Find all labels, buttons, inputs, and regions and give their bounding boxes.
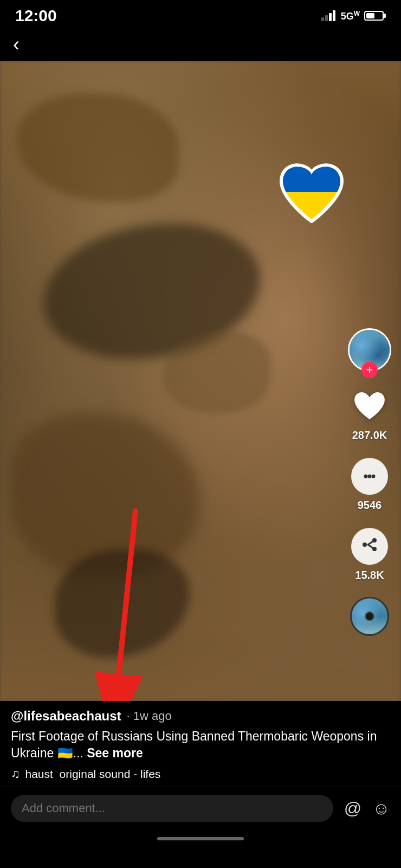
action-panel: + 287.0K 9546 — [348, 328, 391, 636]
creator-avatar-container[interactable]: + — [348, 328, 391, 372]
battery-icon — [364, 11, 386, 21]
home-indicator — [0, 829, 401, 850]
username[interactable]: @lifesabeachaust — [11, 709, 121, 724]
like-button[interactable]: 287.0K — [350, 387, 389, 442]
status-time: 12:00 — [15, 7, 57, 25]
comment-button[interactable]: 9546 — [350, 457, 389, 512]
user-row: @lifesabeachaust · 1w ago — [11, 709, 390, 724]
status-icons: 5GW — [321, 10, 386, 22]
comment-input[interactable] — [11, 795, 333, 822]
music-disc[interactable] — [350, 597, 389, 636]
comment-bar: @ ☺ — [0, 787, 401, 829]
svg-point-4 — [364, 475, 368, 478]
signal-icon — [321, 10, 335, 21]
home-pill — [157, 837, 244, 840]
at-icon[interactable]: @ — [344, 799, 361, 819]
music-note-icon: ♫ — [11, 767, 20, 781]
time-ago: · 1w ago — [126, 709, 171, 723]
caption-text: First Footage of Russians Using Banned T… — [11, 729, 377, 760]
svg-line-3 — [114, 511, 135, 701]
comment-count: 9546 — [358, 499, 382, 512]
comment-icon — [350, 457, 389, 496]
like-count: 287.0K — [352, 429, 387, 442]
share-button[interactable]: 15.8K — [350, 527, 389, 582]
sound-row[interactable]: ♫ haust original sound - lifes — [11, 767, 390, 781]
sound-text: haust original sound - lifes — [25, 768, 161, 781]
svg-point-9 — [372, 547, 377, 551]
video-player[interactable]: + 287.0K 9546 — [0, 61, 401, 701]
caption: First Footage of Russians Using Banned T… — [11, 728, 390, 762]
svg-point-7 — [363, 542, 367, 547]
network-label: 5GW — [341, 10, 360, 22]
status-bar: 12:00 5GW — [0, 0, 401, 30]
music-disc-center — [365, 611, 374, 621]
svg-rect-0 — [283, 165, 340, 192]
follow-button[interactable]: + — [361, 362, 378, 378]
red-arrow — [87, 506, 173, 701]
svg-point-6 — [372, 475, 376, 478]
share-icon — [350, 527, 389, 566]
emoji-icon[interactable]: ☺ — [372, 799, 390, 819]
share-count: 15.8K — [355, 569, 384, 582]
post-info: @lifesabeachaust · 1w ago First Footage … — [0, 701, 401, 787]
back-button[interactable]: ‹ — [13, 35, 20, 54]
see-more-button[interactable]: See more — [87, 746, 143, 760]
svg-point-5 — [368, 475, 372, 478]
heart-icon — [350, 387, 389, 426]
svg-point-8 — [372, 538, 377, 542]
nav-bar: ‹ — [0, 30, 401, 61]
ukraine-heart-sticker — [276, 158, 347, 229]
